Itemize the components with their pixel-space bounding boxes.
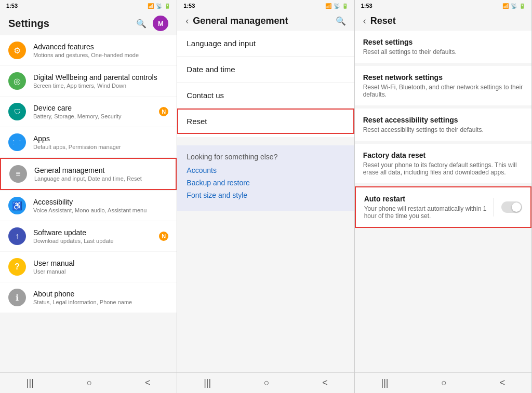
digital-wellbeing-icon: ◎: [8, 72, 26, 90]
middle-nav-bar: ||| ○ <: [177, 372, 354, 393]
sidebar-item-about-phone[interactable]: ℹ About phone Status, Legal information,…: [0, 282, 177, 313]
sidebar-item-advanced-features[interactable]: ⚙ Advanced features Motions and gestures…: [0, 35, 177, 65]
back-button[interactable]: ‹ General management: [185, 16, 288, 26]
back-chevron-icon: ‹: [185, 16, 189, 26]
separator: [177, 137, 354, 141]
apps-title: Apps: [33, 134, 168, 143]
middle-spacer: [177, 211, 354, 372]
reset-accessibility-title: Reset accessibility settings: [363, 116, 523, 124]
settings-list: ⚙ Advanced features Motions and gestures…: [0, 35, 177, 372]
middle-top-bar: ‹ General management 🔍: [177, 11, 354, 31]
reset-settings-item[interactable]: Reset settings Reset all settings to the…: [355, 31, 531, 63]
font-size-link[interactable]: Font size and style: [187, 191, 344, 199]
middle-back-nav[interactable]: <: [322, 377, 328, 388]
user-manual-subtitle: User manual: [33, 268, 168, 275]
right-status-icons: 📶 📡 🔋: [502, 3, 525, 9]
general-management-icon: ≡: [9, 165, 27, 183]
middle-time: 1:53: [183, 3, 195, 9]
general-management-subtitle: Language and input, Date and time, Reset: [34, 175, 167, 182]
device-care-title: Device care: [33, 104, 168, 112]
avatar[interactable]: M: [153, 16, 168, 31]
user-manual-icon: ?: [8, 258, 26, 276]
left-back-nav[interactable]: <: [145, 377, 151, 388]
middle-battery-icon: 🔋: [342, 3, 348, 9]
right-top-bar: ‹ Reset: [355, 11, 531, 31]
right-back-chevron-icon: ‹: [363, 16, 366, 26]
reset-accessibility-item[interactable]: Reset accessibility settings Reset acces…: [355, 109, 531, 141]
right-title: Reset: [370, 16, 396, 26]
sidebar-item-accessibility[interactable]: ♿ Accessibility Voice Assistant, Mono au…: [0, 191, 177, 221]
accessibility-subtitle: Voice Assistant, Mono audio, Assistant m…: [33, 207, 168, 213]
reset-accessibility-desc: Reset accessibility settings to their de…: [363, 126, 523, 133]
apps-icon: ⋮⋮: [8, 133, 26, 151]
accessibility-text: Accessibility Voice Assistant, Mono audi…: [33, 198, 168, 213]
left-home-nav[interactable]: ○: [86, 377, 92, 388]
middle-menu-nav[interactable]: |||: [204, 377, 211, 388]
sidebar-item-general-management[interactable]: ≡ General management Language and input,…: [0, 158, 177, 190]
device-care-subtitle: Battery, Storage, Memory, Security: [33, 113, 168, 119]
factory-reset-title: Factory data reset: [363, 151, 523, 159]
software-update-subtitle: Download updates, Last update: [33, 238, 168, 244]
auto-restart-toggle-area: [494, 198, 522, 216]
sidebar-item-apps[interactable]: ⋮⋮ Apps Default apps, Permission manager: [0, 127, 177, 157]
sidebar-item-user-manual[interactable]: ? User manual User manual: [0, 252, 177, 282]
digital-wellbeing-title: Digital Wellbeing and parental controls: [33, 73, 168, 82]
right-back-button[interactable]: ‹ Reset: [363, 16, 396, 26]
menu-item-date-time[interactable]: Date and time: [177, 57, 354, 83]
middle-search-icon[interactable]: 🔍: [336, 16, 346, 26]
apps-subtitle: Default apps, Permission manager: [33, 144, 168, 150]
reset-settings-desc: Reset all settings to their defaults.: [363, 48, 523, 56]
menu-item-reset[interactable]: Reset: [177, 109, 354, 134]
advanced-features-icon: ⚙: [8, 42, 26, 59]
auto-restart-title: Auto restart: [364, 195, 494, 203]
left-top-bar: Settings 🔍 M: [0, 11, 177, 35]
right-status-bar: 1:53 📶 📡 🔋: [355, 0, 531, 11]
looking-title: Looking for something else?: [187, 153, 344, 161]
about-phone-text: About phone Status, Legal information, P…: [33, 290, 168, 305]
digital-wellbeing-text: Digital Wellbeing and parental controls …: [33, 73, 168, 89]
left-menu-nav[interactable]: |||: [26, 377, 34, 388]
sidebar-item-device-care[interactable]: 🛡 Device care Battery, Storage, Memory, …: [0, 97, 177, 127]
about-phone-subtitle: Status, Legal information, Phone name: [33, 299, 168, 305]
left-status-bar: 1:53 📶 📡 🔋: [0, 0, 177, 11]
about-phone-title: About phone: [33, 290, 168, 298]
battery-icon: 🔋: [164, 3, 170, 9]
menu-item-language-input[interactable]: Language and input: [177, 31, 354, 57]
auto-restart-desc: Your phone will restart automatically wi…: [364, 205, 494, 220]
right-time: 1:53: [361, 3, 373, 9]
user-manual-text: User manual User manual: [33, 259, 168, 275]
right-menu-nav[interactable]: |||: [381, 377, 388, 388]
device-care-icon: 🛡: [8, 103, 26, 120]
sidebar-item-software-update[interactable]: ↑ Software update Download updates, Last…: [0, 221, 177, 251]
reset-settings-title: Reset settings: [363, 38, 523, 46]
right-home-nav[interactable]: ○: [441, 377, 447, 388]
toggle-divider: [494, 198, 494, 216]
right-signal-icon: 📶: [502, 3, 509, 9]
right-battery-icon: 🔋: [519, 3, 525, 9]
left-panel: 1:53 📶 📡 🔋 Settings 🔍 M ⚙ Advanced featu…: [0, 0, 177, 393]
about-phone-icon: ℹ: [8, 289, 26, 306]
wifi-icon: 📡: [156, 3, 162, 9]
menu-item-contact-us[interactable]: Contact us: [177, 83, 354, 109]
left-status-icons: 📶 📡 🔋: [148, 3, 170, 9]
left-nav-bar: ||| ○ <: [0, 372, 177, 393]
middle-home-nav[interactable]: ○: [264, 377, 270, 388]
auto-restart-item[interactable]: Auto restart Your phone will restart aut…: [355, 186, 531, 228]
right-back-nav[interactable]: <: [500, 377, 506, 388]
reset-network-item[interactable]: Reset network settings Reset Wi-Fi, Blue…: [355, 66, 531, 105]
reset-network-title: Reset network settings: [363, 73, 523, 82]
backup-restore-link[interactable]: Backup and restore: [187, 179, 344, 187]
sidebar-item-digital-wellbeing[interactable]: ◎ Digital Wellbeing and parental control…: [0, 66, 177, 96]
settings-title: Settings: [8, 18, 49, 30]
apps-text: Apps Default apps, Permission manager: [33, 134, 168, 150]
auto-restart-toggle[interactable]: [501, 201, 522, 213]
factory-reset-item[interactable]: Factory data reset Reset your phone to i…: [355, 144, 531, 183]
accessibility-icon: ♿: [8, 197, 26, 214]
middle-signal-icon: 📶: [325, 3, 331, 9]
accounts-link[interactable]: Accounts: [187, 166, 344, 174]
search-icon[interactable]: 🔍: [136, 19, 147, 29]
auto-restart-text: Auto restart Your phone will restart aut…: [364, 195, 494, 220]
factory-reset-desc: Reset your phone to its factory default …: [363, 161, 523, 176]
reset-network-desc: Reset Wi-Fi, Bluetooth, and other networ…: [363, 84, 523, 98]
software-update-icon: ↑: [8, 227, 26, 245]
